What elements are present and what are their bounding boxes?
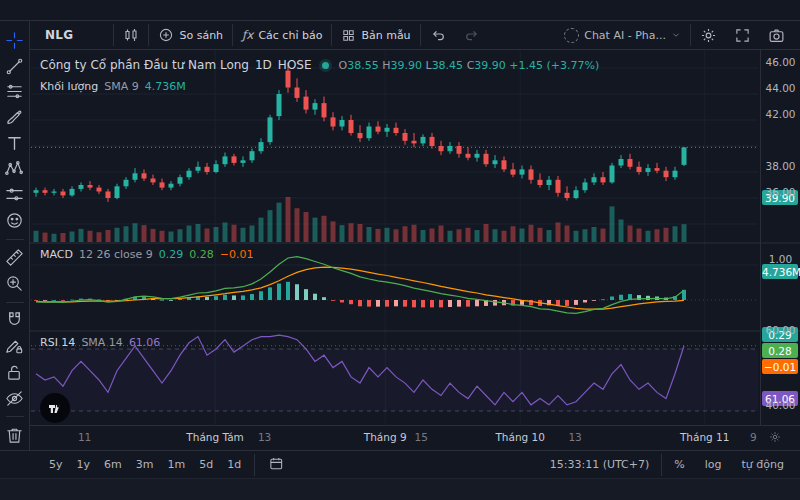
axis-label: 1.00 bbox=[761, 253, 800, 265]
macd-signal-badge: −0.01 bbox=[762, 359, 798, 374]
gear-icon bbox=[700, 27, 717, 44]
tradingview-watermark[interactable] bbox=[40, 393, 70, 423]
main-legend: Công ty Cổ phần Đầu tư Nam Long 1D HOSE … bbox=[40, 58, 599, 72]
interval-label[interactable]: 1D bbox=[255, 58, 272, 72]
symbol-title[interactable]: Công ty Cổ phần Đầu tư Nam Long bbox=[40, 58, 249, 72]
lock-all-icon[interactable] bbox=[2, 361, 28, 384]
time-tick: 9 bbox=[750, 431, 757, 443]
chart-style-button[interactable] bbox=[114, 21, 148, 49]
percent-scale-button[interactable]: % bbox=[666, 456, 692, 473]
divider bbox=[6, 239, 24, 240]
price-axis[interactable]: 39.90 4.736M 0.29 0.28 −0.01 61.06 46.00… bbox=[760, 50, 800, 448]
axis-label: 42.00 bbox=[761, 108, 800, 120]
macd-signal-value: −0.01 bbox=[220, 248, 254, 261]
crosshair-icon[interactable] bbox=[2, 29, 28, 52]
range-button-5y[interactable]: 5y bbox=[42, 456, 70, 473]
open-label: O bbox=[339, 59, 348, 72]
time-axis[interactable]: 11Tháng Tám13Tháng 915Tháng 1013Tháng 11… bbox=[30, 425, 800, 450]
hide-all-icon[interactable] bbox=[2, 387, 28, 410]
magnet-icon[interactable] bbox=[2, 310, 28, 333]
auto-scale-button[interactable]: tự động bbox=[734, 456, 792, 473]
fx-icon: ƒx bbox=[242, 28, 253, 42]
calendar-icon bbox=[269, 461, 284, 474]
time-tick: 13 bbox=[568, 431, 581, 443]
chat-ai-label: Chat AI - Pha... bbox=[584, 29, 666, 42]
text-icon[interactable] bbox=[2, 132, 28, 155]
brush-icon[interactable] bbox=[2, 106, 28, 129]
draw-mode-icon[interactable] bbox=[2, 335, 28, 358]
fullscreen-icon bbox=[735, 28, 750, 43]
remove-all-icon[interactable] bbox=[2, 424, 28, 447]
undo-button[interactable] bbox=[421, 21, 455, 49]
volume-badge: 4.736M bbox=[762, 264, 798, 279]
tradingview-logo-icon bbox=[47, 400, 63, 416]
market-status-dot bbox=[322, 62, 329, 69]
time-tick: Tháng 9 bbox=[364, 431, 407, 443]
toolbar-right-group: Chat AI - Pha... bbox=[555, 21, 794, 49]
axis-settings-icon[interactable] bbox=[768, 430, 782, 447]
divider bbox=[6, 302, 24, 303]
range-button-3m[interactable]: 3m bbox=[129, 456, 161, 473]
indicators-label: Các chỉ báo bbox=[258, 29, 322, 42]
trend-line-icon[interactable] bbox=[2, 55, 28, 78]
time-tick: Tháng 11 bbox=[680, 431, 730, 443]
axis-label: 60.00 bbox=[761, 324, 800, 336]
range-button-6m[interactable]: 6m bbox=[97, 456, 129, 473]
macd-badge: 0.28 bbox=[762, 343, 798, 358]
macd-params: 12 26 close 9 bbox=[79, 248, 153, 261]
time-tick: 15 bbox=[415, 431, 428, 443]
macd-legend[interactable]: MACD 12 26 close 9 0.29 0.28 −0.01 bbox=[40, 248, 254, 261]
ohlc-values: O38.55 H39.90 L38.45 C39.90 +1.45 (+3.77… bbox=[339, 59, 600, 72]
axis-label: 36.00 bbox=[761, 186, 800, 198]
axis-label: 38.00 bbox=[761, 160, 800, 172]
clock-button[interactable]: 15:33:11 (UTC+7) bbox=[542, 456, 658, 473]
time-tick: Tháng Tám bbox=[186, 431, 244, 443]
open-value: 38.55 bbox=[347, 59, 379, 72]
drawing-toolbar bbox=[0, 20, 30, 450]
change-value: +1.45 (+3.77%) bbox=[509, 59, 599, 72]
redo-button[interactable] bbox=[455, 21, 489, 49]
time-tick: 11 bbox=[78, 431, 91, 443]
bottom-strip bbox=[0, 478, 800, 500]
divider bbox=[6, 416, 24, 417]
indicators-button[interactable]: ƒx Các chỉ báo bbox=[233, 21, 331, 49]
chat-ai-button[interactable]: Chat AI - Pha... bbox=[555, 21, 690, 49]
templates-button[interactable]: Bản mẫu bbox=[332, 21, 419, 49]
compare-button[interactable]: So sánh bbox=[149, 21, 232, 49]
range-button-1m[interactable]: 1m bbox=[160, 456, 192, 473]
time-tick: 13 bbox=[258, 431, 271, 443]
divider bbox=[254, 454, 255, 476]
rsi-legend[interactable]: RSI 14 SMA 14 61.06 bbox=[40, 336, 160, 349]
undo-icon bbox=[430, 27, 446, 43]
range-button-1d[interactable]: 1d bbox=[220, 456, 248, 473]
exchange-label[interactable]: HOSE bbox=[278, 58, 312, 72]
emoji-icon[interactable] bbox=[2, 209, 28, 232]
go-to-date-button[interactable] bbox=[269, 456, 284, 474]
templates-label: Bản mẫu bbox=[361, 29, 410, 42]
range-buttons: 5y1y6m3m1m5d1d bbox=[42, 456, 248, 473]
high-value: 39.90 bbox=[390, 59, 422, 72]
chat-cloud-icon bbox=[564, 28, 579, 43]
snapshot-button[interactable] bbox=[759, 21, 794, 49]
compare-label: So sánh bbox=[179, 29, 223, 42]
fullscreen-button[interactable] bbox=[726, 21, 759, 49]
settings-button[interactable] bbox=[691, 21, 726, 49]
symbol-button[interactable]: NLG bbox=[36, 21, 113, 49]
rsi-value: 61.06 bbox=[129, 336, 161, 349]
zoom-in-icon[interactable] bbox=[2, 272, 28, 295]
time-tick: Tháng 10 bbox=[495, 431, 545, 443]
camera-icon bbox=[768, 27, 785, 44]
log-scale-button[interactable]: log bbox=[697, 456, 730, 473]
bottom-toolbar: 5y1y6m3m1m5d1d 15:33:11 (UTC+7) % log tự… bbox=[0, 450, 800, 478]
range-button-5d[interactable]: 5d bbox=[192, 456, 220, 473]
fib-retracement-icon[interactable] bbox=[2, 80, 28, 103]
ruler-icon[interactable] bbox=[2, 246, 28, 269]
candlestick-style-icon bbox=[123, 27, 139, 43]
divider bbox=[661, 454, 662, 476]
long-position-icon[interactable] bbox=[2, 183, 28, 206]
xabcd-pattern-icon[interactable] bbox=[2, 157, 28, 180]
volume-legend[interactable]: Khối lượng SMA 9 4.736M bbox=[40, 80, 186, 93]
range-button-1y[interactable]: 1y bbox=[70, 456, 98, 473]
volume-name: Khối lượng bbox=[40, 80, 98, 93]
axis-label: 46.00 bbox=[761, 56, 800, 68]
